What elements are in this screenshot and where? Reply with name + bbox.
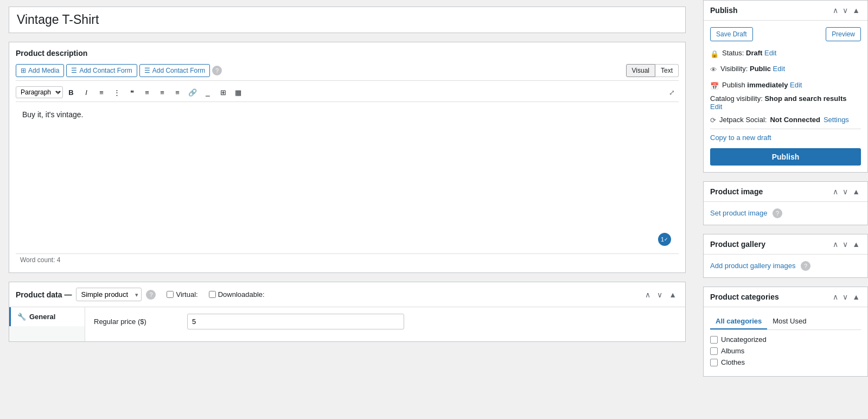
- catalog-label: Catalog visibility:: [710, 94, 763, 103]
- product-data-collapse-up[interactable]: ∧: [643, 289, 653, 300]
- align-left-button[interactable]: ≡: [140, 85, 154, 99]
- downloadable-checkbox[interactable]: [209, 291, 216, 298]
- category-checkbox-clothes[interactable]: [710, 359, 718, 366]
- align-center-button[interactable]: ≡: [155, 85, 169, 99]
- product-categories-toggle[interactable]: ▲: [851, 291, 861, 302]
- insert-link-button[interactable]: 🔗: [186, 85, 200, 99]
- contact-form-icon-2: ☰: [144, 67, 150, 74]
- publish-collapse-up[interactable]: ∧: [832, 5, 839, 16]
- italic-button[interactable]: I: [79, 85, 93, 99]
- unordered-list-button[interactable]: ≡: [94, 85, 108, 99]
- visual-tab[interactable]: Visual: [626, 64, 655, 77]
- product-gallery-title: Product gallery: [710, 240, 765, 249]
- regular-price-label: Regular price ($): [94, 318, 181, 326]
- add-media-button[interactable]: ⊞ Add Media: [16, 64, 64, 77]
- preview-button[interactable]: Preview: [826, 27, 861, 41]
- product-data-toggle[interactable]: ▲: [667, 289, 679, 300]
- category-label-uncategorized: Uncategorized: [721, 335, 767, 344]
- product-data-help-icon[interactable]: ?: [146, 290, 156, 300]
- product-description-box: Product description ⊞ Add Media ☰ Add Co…: [9, 42, 686, 273]
- ordered-list-button[interactable]: ⋮: [110, 85, 124, 99]
- virtual-checkbox[interactable]: [167, 291, 174, 298]
- jetpack-label: Jetpack Social:: [719, 116, 767, 124]
- publish-button[interactable]: Publish: [710, 148, 861, 166]
- calendar-icon: 📅: [710, 80, 719, 92]
- product-categories-title: Product categories: [710, 293, 779, 301]
- all-categories-tab[interactable]: All categories: [710, 314, 767, 329]
- status-edit-link[interactable]: Edit: [764, 49, 776, 57]
- category-checkbox-uncategorized[interactable]: [710, 336, 718, 344]
- table-button[interactable]: ⊞: [216, 85, 230, 99]
- product-image-header: Product image ∧ ∨ ▲: [704, 182, 867, 202]
- category-label-clothes: Clothes: [721, 358, 745, 366]
- product-image-down[interactable]: ∨: [841, 186, 849, 197]
- text-tab[interactable]: Text: [655, 64, 679, 77]
- virtual-label: Virtual:: [167, 290, 197, 299]
- product-image-body: Set product image ?: [704, 202, 867, 225]
- product-categories-down[interactable]: ∨: [841, 291, 849, 302]
- editor-content[interactable]: Buy it, it's vintage. 1 ✓: [16, 102, 679, 254]
- product-categories-box: Product categories ∧ ∨ ▲ All categories …: [703, 287, 868, 377]
- horizontal-rule-button[interactable]: ⎯: [201, 85, 215, 99]
- visibility-edit-link[interactable]: Edit: [773, 65, 785, 73]
- fullscreen-button[interactable]: ⤢: [665, 85, 679, 99]
- publish-box: Publish ∧ ∨ ▲ Save Draft Preview 🔒 Statu: [703, 0, 868, 173]
- sidebar: Publish ∧ ∨ ▲ Save Draft Preview 🔒 Statu: [694, 0, 868, 419]
- product-gallery-help-icon[interactable]: ?: [801, 261, 810, 271]
- fullwidth-button[interactable]: ▦: [231, 85, 245, 99]
- product-image-controls: ∧ ∨ ▲: [832, 186, 861, 197]
- editor-format-toolbar: Paragraph B I ≡ ⋮ ❝ ≡ ≡ ≡ 🔗 ⎯ ⊞ ▦ ⤢: [16, 83, 679, 102]
- category-checkbox-albums[interactable]: [710, 347, 718, 355]
- editor-help-icon[interactable]: ?: [212, 66, 222, 75]
- align-right-button[interactable]: ≡: [170, 85, 184, 99]
- product-image-up[interactable]: ∧: [832, 186, 839, 197]
- product-data-tabs: 🔧 General: [9, 307, 85, 341]
- catalog-value: Shop and search results: [764, 94, 846, 103]
- publish-box-header: Publish ∧ ∨ ▲: [704, 1, 867, 21]
- product-categories-up[interactable]: ∧: [832, 291, 839, 302]
- visibility-label: Visibility:: [720, 65, 748, 73]
- add-contact-form-button-1[interactable]: ☰ Add Contact Form: [66, 64, 137, 77]
- product-data-collapse-down[interactable]: ∨: [655, 289, 665, 300]
- jetpack-value: Not Connected: [770, 116, 820, 124]
- publish-box-controls: ∧ ∨ ▲: [832, 5, 861, 16]
- product-data-box: Product data — Simple product ? Virtual:…: [9, 282, 686, 342]
- blockquote-button[interactable]: ❝: [125, 85, 139, 99]
- copy-draft-link[interactable]: Copy to a new draft: [710, 134, 771, 142]
- most-used-tab[interactable]: Most Used: [767, 314, 812, 329]
- publish-edit-link[interactable]: Edit: [790, 81, 802, 89]
- publish-collapse-down[interactable]: ∨: [841, 5, 849, 16]
- publish-box-title: Publish: [710, 6, 738, 15]
- categories-list: Uncategorized Albums Clothes: [710, 335, 861, 366]
- product-gallery-controls: ∧ ∨ ▲: [832, 239, 861, 250]
- regular-price-input[interactable]: [187, 314, 404, 329]
- publish-box-body: Save Draft Preview 🔒 Status: Draft Edit …: [704, 21, 867, 172]
- product-gallery-down[interactable]: ∨: [841, 239, 849, 250]
- catalog-edit-link[interactable]: Edit: [710, 103, 722, 111]
- product-gallery-up[interactable]: ∧: [832, 239, 839, 250]
- bold-button[interactable]: B: [64, 85, 78, 99]
- general-icon: 🔧: [17, 313, 26, 321]
- jetpack-settings-link[interactable]: Settings: [824, 116, 849, 124]
- tab-general[interactable]: 🔧 General: [9, 307, 85, 326]
- format-select[interactable]: Paragraph: [16, 86, 63, 98]
- post-title-input[interactable]: [9, 7, 685, 33]
- product-image-toggle[interactable]: ▲: [851, 186, 861, 197]
- save-draft-button[interactable]: Save Draft: [710, 27, 753, 41]
- product-gallery-toggle[interactable]: ▲: [851, 239, 861, 250]
- product-image-help-icon[interactable]: ?: [773, 208, 782, 218]
- product-description-title: Product description: [16, 49, 679, 58]
- product-image-box: Product image ∧ ∨ ▲ Set product image ?: [703, 181, 868, 225]
- add-gallery-images-link[interactable]: Add product gallery images: [710, 262, 796, 270]
- visual-text-tabs: Visual Text: [626, 64, 679, 77]
- category-item-clothes: Clothes: [710, 358, 861, 366]
- publish-divider: [710, 129, 861, 129]
- regular-price-row: Regular price ($): [94, 314, 676, 329]
- add-contact-form-button-2[interactable]: ☰ Add Contact Form: [139, 64, 210, 77]
- publish-actions: Save Draft Preview: [710, 27, 861, 41]
- product-type-select[interactable]: Simple product: [76, 288, 142, 301]
- publish-toggle[interactable]: ▲: [851, 5, 861, 16]
- visibility-row: 👁 Visibility: Public Edit: [710, 62, 861, 76]
- set-product-image-link[interactable]: Set product image: [710, 209, 768, 217]
- product-data-header: Product data — Simple product ? Virtual:…: [9, 282, 685, 307]
